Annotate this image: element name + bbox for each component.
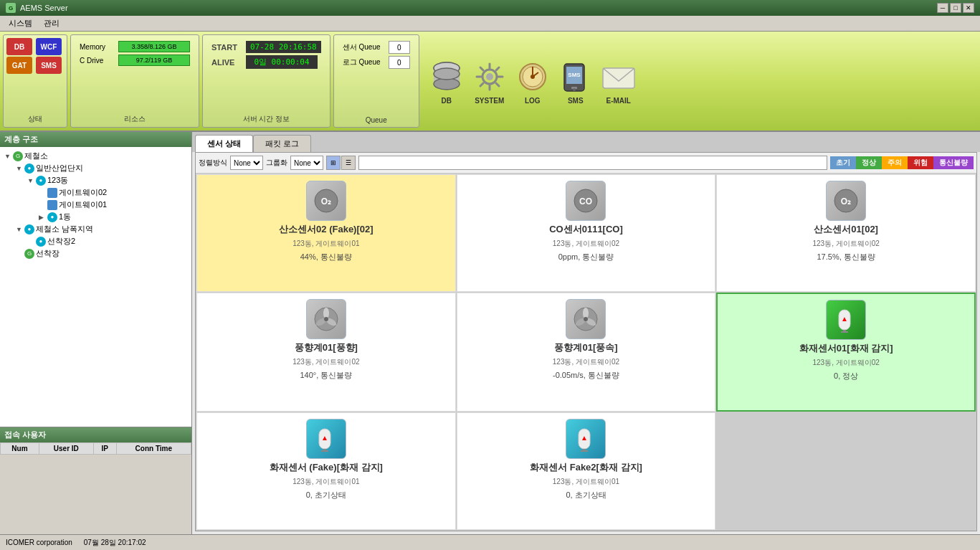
tree-icon-gw02 bbox=[47, 188, 57, 198]
tree-item-dock2[interactable]: ▶ ● 선착장2 bbox=[3, 235, 189, 247]
tree-label-industrial: 일반산업단지 bbox=[36, 163, 83, 174]
sensor-card-0[interactable]: O₂ 산소센서02 (Fake)[02] 123동, 게이트웨이01 44%, … bbox=[196, 174, 456, 292]
cdrive-row: C Drive 97.2/119 GB bbox=[80, 54, 190, 66]
col-conntime: Conn Time bbox=[116, 443, 191, 455]
tree-item-industrial[interactable]: ▼ ● 일반산업단지 bbox=[3, 162, 189, 174]
sensor-card-1[interactable]: CO CO센서0111[CO] 123동, 게이트웨이02 0ppm, 통신불량 bbox=[457, 174, 716, 292]
queue-label: Queue bbox=[337, 115, 416, 124]
tree-item-root[interactable]: ▼ G 제철소 bbox=[3, 150, 189, 162]
svg-rect-25 bbox=[603, 68, 634, 88]
svg-rect-52 bbox=[581, 450, 588, 452]
menu-manage[interactable]: 관리 bbox=[38, 16, 65, 30]
svg-text:O₂: O₂ bbox=[321, 196, 331, 207]
system-icon-button[interactable]: SYSTEM bbox=[471, 58, 508, 105]
sensor-location-4: 123동, 게이트웨이02 bbox=[553, 357, 619, 367]
icon-buttons: DB SYSTEM bbox=[422, 34, 643, 128]
title-bar: G AEMS Server ─ □ ✕ bbox=[0, 0, 980, 16]
tree-item-123dong[interactable]: ▼ ● 123동 bbox=[3, 174, 189, 186]
minimize-button[interactable]: ─ bbox=[937, 3, 948, 13]
tree-area[interactable]: ▼ G 제철소 ▼ ● 일반산업단지 ▼ ● 123동 ▶ 게이트웨이02 bbox=[0, 147, 191, 427]
start-value: 07-28 20:16:58 bbox=[246, 41, 321, 53]
sensor-name-0: 산소센서02 (Fake)[02] bbox=[279, 224, 373, 236]
sms-button[interactable]: SMS bbox=[36, 57, 62, 74]
sensor-name-7: 화재센서 Fake2[화재 감지] bbox=[530, 462, 642, 474]
tree-label-123dong: 123동 bbox=[47, 175, 68, 186]
svg-line-11 bbox=[480, 67, 483, 70]
filter-input[interactable] bbox=[358, 156, 827, 170]
sensor-card-2[interactable]: O₂ 산소센서01[02] 123동, 게이트웨이02 17.5%, 통신불량 bbox=[716, 174, 976, 292]
content-area: 정렬방식 None 그룹화 None ⊞ ☰ 초기 정상 주의 위험 bbox=[195, 152, 977, 531]
group-select[interactable]: None bbox=[290, 156, 323, 170]
tree-item-gw02[interactable]: ▶ 게이트웨이02 bbox=[3, 186, 189, 199]
tree-arrow: ▼ bbox=[4, 153, 11, 160]
tree-item-south[interactable]: ▼ ● 제철소 남폭지역 bbox=[3, 223, 189, 235]
svg-rect-48 bbox=[321, 450, 328, 452]
queue-area: 센서 Queue 0 로그 Queue 0 bbox=[337, 38, 416, 74]
db-icon-button[interactable]: DB bbox=[428, 58, 465, 105]
wcf-button[interactable]: WCF bbox=[36, 38, 62, 55]
server-time-section: START 07-28 20:16:58 ALIVE 0일 00:00:04 서… bbox=[202, 34, 330, 128]
sensor-icon-4 bbox=[566, 299, 606, 339]
tree-label-south: 제철소 남폭지역 bbox=[36, 224, 93, 234]
system-icon-label: SYSTEM bbox=[475, 97, 504, 105]
app-title: AEMS Server bbox=[20, 4, 68, 12]
cdrive-label: C Drive bbox=[80, 57, 115, 65]
sensor-card-5[interactable]: ▲ 화재센서01[화재 감지] 123동, 게이트웨이02 0, 정상 bbox=[716, 293, 976, 412]
sensor-name-2: 산소센서01[02] bbox=[814, 224, 878, 236]
resource-label: 리소스 bbox=[74, 113, 196, 124]
svg-text:SMS: SMS bbox=[568, 72, 581, 78]
window-controls[interactable]: ─ □ ✕ bbox=[937, 3, 974, 13]
maximize-button[interactable]: □ bbox=[950, 3, 961, 13]
db-button[interactable]: DB bbox=[6, 38, 32, 55]
sensor-icon-2: O₂ bbox=[826, 181, 866, 221]
tree-item-dock[interactable]: ▶ G 선착장 bbox=[3, 247, 189, 260]
sort-select[interactable]: None bbox=[230, 156, 263, 170]
sensor-grid: O₂ 산소센서02 (Fake)[02] 123동, 게이트웨이01 44%, … bbox=[196, 174, 976, 531]
sensor-icon-6: ▲ bbox=[306, 419, 346, 459]
sensor-location-3: 123동, 게이트웨이02 bbox=[292, 357, 359, 367]
menu-system[interactable]: 시스템 bbox=[3, 16, 38, 30]
sensor-card-7[interactable]: ▲ 화재센서 Fake2[화재 감지] 123동, 게이트웨이01 0, 초기상… bbox=[457, 412, 716, 530]
sms-icon-label: SMS bbox=[568, 97, 584, 105]
svg-point-4 bbox=[434, 68, 460, 80]
tab-sensor-status[interactable]: 센서 상태 bbox=[195, 135, 253, 152]
close-button[interactable]: ✕ bbox=[963, 3, 974, 13]
conn-header: 접속 사용자 bbox=[0, 427, 191, 442]
company-name: ICOMER corporation bbox=[6, 539, 72, 546]
queue-section: 센서 Queue 0 로그 Queue 0 Queue bbox=[333, 34, 419, 128]
memory-bar: 3.358/8.126 GB bbox=[118, 41, 190, 52]
grid-view-button[interactable]: ⊞ bbox=[326, 156, 341, 170]
sensor-icon-7: ▲ bbox=[566, 419, 606, 459]
tree-label-root: 제철소 bbox=[24, 151, 48, 161]
email-icon-button[interactable]: E-MAIL bbox=[600, 58, 637, 105]
log-icon-button[interactable]: LOG bbox=[514, 58, 551, 105]
status-bar: ICOMER corporation 07월 28일 20:17:02 bbox=[0, 534, 980, 550]
sensor-card-3[interactable]: 풍향계01[풍향] 123동, 게이트웨이02 140°, 통신불량 bbox=[196, 293, 456, 412]
alive-label: ALIVE bbox=[211, 58, 240, 67]
list-view-button[interactable]: ☰ bbox=[341, 156, 356, 170]
tree-item-1dong[interactable]: ▶ ● 1동 bbox=[3, 211, 189, 223]
tree-item-gw01[interactable]: ▶ 게이트웨이01 bbox=[3, 199, 189, 211]
tree-icon-dock: G bbox=[24, 249, 34, 259]
gat-button[interactable]: GAT bbox=[6, 57, 32, 74]
svg-point-6 bbox=[486, 73, 493, 80]
sms-icon-button[interactable]: SMS SMS bbox=[557, 58, 594, 105]
sensor-icon-3 bbox=[306, 299, 346, 339]
sensor-name-1: CO센서0111[CO] bbox=[549, 224, 623, 236]
sensor-card-4[interactable]: 풍향계01[풍속] 123동, 게이트웨이02 -0.05m/s, 통신불량 bbox=[457, 293, 716, 412]
sensor-name-6: 화재센서 (Fake)[화재 감지] bbox=[270, 462, 383, 474]
sensor-value-7: 0, 초기상태 bbox=[566, 490, 606, 501]
sensor-icon-0: O₂ bbox=[306, 181, 346, 221]
group-label: 그룹화 bbox=[266, 158, 287, 168]
tab-packet-log[interactable]: 패킷 로그 bbox=[253, 135, 311, 152]
svg-line-13 bbox=[496, 67, 499, 70]
sensor-card-6[interactable]: ▲ 화재센서 (Fake)[화재 감지] 123동, 게이트웨이01 0, 초기… bbox=[196, 412, 456, 530]
svg-point-24 bbox=[573, 88, 576, 91]
time-area: START 07-28 20:16:58 ALIVE 0일 00:00:04 bbox=[206, 38, 327, 74]
log-queue-value: 0 bbox=[389, 56, 410, 69]
email-icon bbox=[600, 58, 637, 95]
alive-value: 0일 00:00:04 bbox=[246, 55, 318, 69]
col-ip: IP bbox=[93, 443, 116, 455]
svg-line-12 bbox=[496, 83, 499, 86]
tree-arrow-7: ▼ bbox=[16, 226, 23, 233]
